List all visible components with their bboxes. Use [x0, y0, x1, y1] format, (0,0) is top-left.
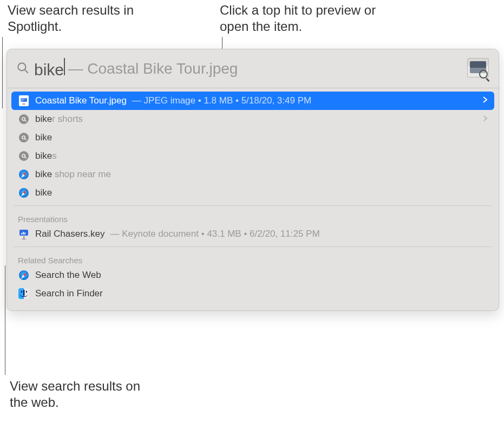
- svg-line-7: [24, 157, 26, 158]
- callout-top-left: View search results in Spotlight.: [8, 2, 159, 35]
- finder-icon: [18, 288, 30, 300]
- search-in-finder-row[interactable]: Search in Finder: [11, 284, 494, 303]
- top-hit-filename: Coastal Bike Tour.jpeg: [35, 95, 127, 106]
- search-query-text: bike: [34, 61, 64, 79]
- search-suggestion-icon: [18, 132, 30, 144]
- web-suggestion-row[interactable]: bike: [11, 184, 494, 202]
- search-icon: [16, 61, 30, 77]
- spotlight-window: bike — Coastal Bike Tour.jpeg Coastal Bi…: [6, 49, 499, 311]
- suggestion-match: bike: [35, 114, 52, 124]
- chevron-right-icon: [483, 114, 488, 125]
- svg-line-3: [24, 120, 26, 121]
- svg-line-1: [25, 69, 28, 73]
- suggestion-rest: shop near me: [52, 169, 111, 179]
- search-suggestion-icon: [18, 113, 30, 125]
- svg-point-2: [22, 117, 25, 120]
- jpeg-file-icon: [18, 95, 30, 107]
- suggestion-match: bike: [35, 151, 52, 161]
- callout-line: [5, 265, 5, 375]
- spotlight-results: Coastal Bike Tour.jpeg — JPEG image • 1.…: [7, 88, 499, 310]
- spotlight-search-input[interactable]: bike — Coastal Bike Tour.jpeg: [34, 58, 466, 79]
- related-search-label: Search in Finder: [35, 288, 103, 299]
- section-header-related: Related Searches: [11, 250, 494, 266]
- svg-point-0: [18, 63, 25, 70]
- suggestion-rest: s: [52, 151, 57, 161]
- presentation-row[interactable]: Rail Chasers.key — Keynote document • 43…: [11, 225, 494, 243]
- keynote-file-icon: [18, 228, 30, 240]
- safari-icon: [18, 269, 30, 281]
- top-hit-meta: — JPEG image • 1.8 MB • 5/18/20, 3:49 PM: [132, 95, 311, 106]
- callout-top-right: Click a top hit to preview or open the i…: [220, 2, 393, 35]
- section-divider: [14, 246, 492, 247]
- section-header-presentations: Presentations: [11, 209, 494, 225]
- presentation-filename: Rail Chasers.key: [35, 229, 105, 239]
- preview-app-icon: [466, 57, 490, 81]
- svg-point-6: [22, 154, 25, 157]
- suggestion-row[interactable]: bikes: [11, 147, 494, 165]
- suggestion-rest: r shorts: [52, 114, 83, 124]
- suggestion-row[interactable]: bike: [11, 128, 494, 147]
- svg-line-5: [24, 138, 26, 140]
- callout-line: [2, 37, 3, 108]
- text-cursor: [64, 58, 65, 75]
- suggestion-row[interactable]: biker shorts: [11, 110, 494, 128]
- callout-bottom: View search results on the web.: [10, 378, 161, 411]
- suggestion-match: bike: [35, 132, 52, 142]
- search-completion-text: — Coastal Bike Tour.jpeg: [68, 60, 238, 77]
- spotlight-search-row[interactable]: bike — Coastal Bike Tour.jpeg: [7, 49, 499, 88]
- web-suggestion-row[interactable]: bike shop near me: [11, 165, 494, 184]
- suggestion-match: bike: [35, 169, 52, 179]
- search-the-web-row[interactable]: Search the Web: [11, 266, 494, 284]
- safari-icon: [18, 168, 30, 180]
- suggestion-match: bike: [35, 187, 52, 198]
- safari-icon: [18, 187, 30, 199]
- search-suggestion-icon: [18, 150, 30, 162]
- top-hit-row[interactable]: Coastal Bike Tour.jpeg — JPEG image • 1.…: [11, 92, 494, 110]
- section-divider: [14, 205, 492, 206]
- chevron-right-icon: [482, 95, 488, 106]
- presentation-meta: — Keynote document • 43.1 MB • 6/2/20, 1…: [110, 229, 320, 239]
- related-search-label: Search the Web: [35, 270, 101, 281]
- svg-point-4: [22, 135, 25, 139]
